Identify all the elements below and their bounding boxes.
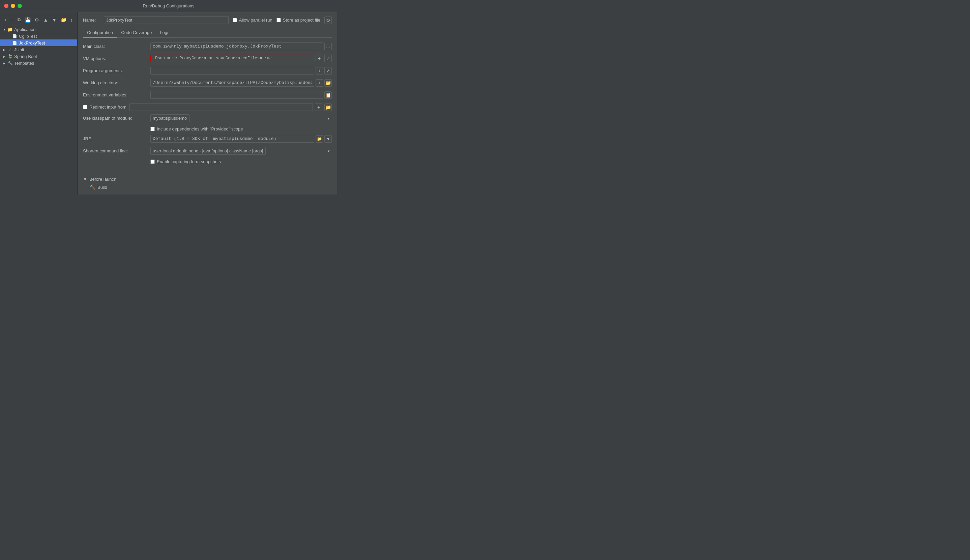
move-up-button[interactable]: ▲ xyxy=(42,17,49,23)
sidebar-item-springboot[interactable]: ▶ 🍃 Spring Boot xyxy=(0,53,77,60)
allow-parallel-checkbox[interactable] xyxy=(233,18,237,22)
vm-options-add-button[interactable]: + xyxy=(316,55,323,62)
env-vars-control: 📋 xyxy=(150,91,332,99)
cglib-icon: 📄 xyxy=(12,33,18,39)
move-down-button[interactable]: ▼ xyxy=(50,17,58,23)
sidebar-item-jdkproxy[interactable]: 📄 JdkProxyTest xyxy=(0,40,77,46)
store-settings-icon[interactable]: ⚙ xyxy=(324,17,332,24)
program-args-expand-button[interactable]: ⤢ xyxy=(324,67,332,75)
shorten-cmd-control: user-local default: none - java [options… xyxy=(150,147,332,155)
vm-options-expand-button[interactable]: ⤢ xyxy=(324,55,332,62)
redirect-input[interactable] xyxy=(130,103,313,111)
sidebar-item-junit[interactable]: ▶ ✓ JUnit xyxy=(0,46,77,53)
use-classpath-label: Use classpath of module: xyxy=(83,114,150,121)
redirect-browse-button[interactable]: 📁 xyxy=(324,103,332,111)
tab-logs[interactable]: Logs xyxy=(156,28,173,38)
right-panel: Name: Allow parallel run Store as projec… xyxy=(78,12,337,195)
jdkproxy-label: JdkProxyTest xyxy=(19,40,45,45)
junit-label: JUnit xyxy=(14,47,24,52)
main-class-row: Main class: … xyxy=(83,42,332,51)
redirect-add-button[interactable]: + xyxy=(315,103,322,111)
shorten-cmd-label: Shorten command line: xyxy=(83,147,150,153)
redirect-checkbox[interactable] xyxy=(83,105,87,109)
close-button[interactable] xyxy=(4,4,8,8)
jre-row: JRE: 📁 ▾ xyxy=(83,135,332,143)
program-args-add-button[interactable]: + xyxy=(316,67,323,75)
window-title: Run/Debug Configurations xyxy=(143,3,194,8)
working-dir-row: Working directory: + 📁 xyxy=(83,79,332,88)
redirect-row: Redirect input from: + 📁 xyxy=(83,103,332,111)
use-classpath-control: mybatisplusdemo xyxy=(150,114,332,122)
jre-input[interactable] xyxy=(150,135,314,143)
redirect-label: Redirect input from: xyxy=(89,105,127,110)
jdkproxy-icon: 📄 xyxy=(12,40,18,45)
springboot-arrow: ▶ xyxy=(3,55,7,58)
working-dir-add-button[interactable]: + xyxy=(316,79,323,87)
program-args-row: Program arguments: + ⤢ xyxy=(83,67,332,75)
save-config-button[interactable]: 💾 xyxy=(23,17,32,23)
working-dir-input[interactable] xyxy=(150,79,314,87)
before-launch-build-item: 🔨 Build xyxy=(83,184,332,190)
sidebar-item-application[interactable]: ▼ 📁 Application xyxy=(0,26,77,33)
name-input[interactable] xyxy=(104,16,228,24)
jre-label: JRE: xyxy=(83,135,150,141)
store-as-project-checkbox[interactable] xyxy=(277,18,281,22)
title-bar: Run/Debug Configurations xyxy=(0,0,337,12)
vm-options-input[interactable] xyxy=(150,55,314,62)
tab-code-coverage[interactable]: Code Coverage xyxy=(117,28,156,38)
shorten-cmd-row: Shorten command line: user-local default… xyxy=(83,147,332,156)
before-launch-section: ▼ Before launch 🔨 Build xyxy=(83,173,332,190)
classpath-select-wrapper: mybatisplusdemo xyxy=(150,114,332,122)
form-snapshots-checkbox[interactable] xyxy=(150,160,155,164)
form-snapshots-label: Enable capturing form snapshots xyxy=(157,159,221,164)
vm-options-control: + ⤢ xyxy=(150,55,332,62)
copy-config-button[interactable]: ⧉ xyxy=(16,16,22,23)
main-class-browse-button[interactable]: … xyxy=(324,43,332,50)
folder-button[interactable]: 📁 xyxy=(59,17,68,23)
working-dir-label: Working directory: xyxy=(83,79,150,85)
templates-icon: 🔧 xyxy=(7,60,13,66)
sidebar-toolbar: + − ⧉ 💾 ⚙ ▲ ▼ 📁 ↕ xyxy=(0,15,77,26)
shorten-cmd-select[interactable]: user-local default: none - java [options… xyxy=(150,147,266,155)
remove-config-button[interactable]: − xyxy=(10,17,15,23)
main-class-input[interactable] xyxy=(150,42,323,50)
working-dir-browse-button[interactable]: 📁 xyxy=(324,79,332,87)
form-snapshots-row: Enable capturing form snapshots xyxy=(83,159,332,164)
env-vars-label: Environment variables: xyxy=(83,91,150,97)
use-classpath-row: Use classpath of module: mybatisplusdemo xyxy=(83,114,332,123)
sidebar-item-templates[interactable]: ▶ 🔧 Templates xyxy=(0,60,77,67)
minimize-button[interactable] xyxy=(11,4,15,8)
env-vars-row: Environment variables: 📋 xyxy=(83,91,332,100)
env-vars-input[interactable] xyxy=(150,91,323,99)
application-arrow: ▼ xyxy=(3,28,7,32)
working-dir-control: + 📁 xyxy=(150,79,332,87)
application-folder-icon: 📁 xyxy=(7,27,13,32)
traffic-lights xyxy=(4,4,22,8)
sort-button[interactable]: ↕ xyxy=(69,17,74,23)
sidebar: + − ⧉ 💾 ⚙ ▲ ▼ 📁 ↕ ▼ 📁 Application 📄 Cgli… xyxy=(0,12,78,195)
templates-arrow: ▶ xyxy=(3,62,7,65)
build-icon: 🔨 xyxy=(90,184,95,190)
program-args-control: + ⤢ xyxy=(150,67,332,75)
build-label: Build xyxy=(97,185,107,190)
main-class-control: … xyxy=(150,42,332,50)
vm-options-label: VM options: xyxy=(83,55,150,61)
sidebar-item-cglib[interactable]: 📄 CglibTest xyxy=(0,33,77,40)
settings-config-button[interactable]: ⚙ xyxy=(33,17,40,23)
main-layout: + − ⧉ 💾 ⚙ ▲ ▼ 📁 ↕ ▼ 📁 Application 📄 Cgli… xyxy=(0,12,337,195)
include-deps-checkbox[interactable] xyxy=(150,127,155,131)
classpath-select[interactable]: mybatisplusdemo xyxy=(150,114,190,122)
maximize-button[interactable] xyxy=(18,4,22,8)
add-config-button[interactable]: + xyxy=(3,17,8,23)
cglib-label: CglibTest xyxy=(19,34,37,39)
program-args-label: Program arguments: xyxy=(83,67,150,73)
tabs: Configuration Code Coverage Logs xyxy=(83,28,332,38)
templates-label: Templates xyxy=(14,61,34,66)
vm-options-row: VM options: + ⤢ xyxy=(83,55,332,63)
tab-configuration[interactable]: Configuration xyxy=(83,28,117,38)
jre-browse-button[interactable]: 📁 xyxy=(316,135,323,143)
env-vars-browse-button[interactable]: 📋 xyxy=(324,92,332,99)
program-args-input[interactable] xyxy=(150,67,314,75)
before-launch-expand-icon: ▼ xyxy=(83,177,87,182)
jre-dropdown-button[interactable]: ▾ xyxy=(324,135,332,143)
